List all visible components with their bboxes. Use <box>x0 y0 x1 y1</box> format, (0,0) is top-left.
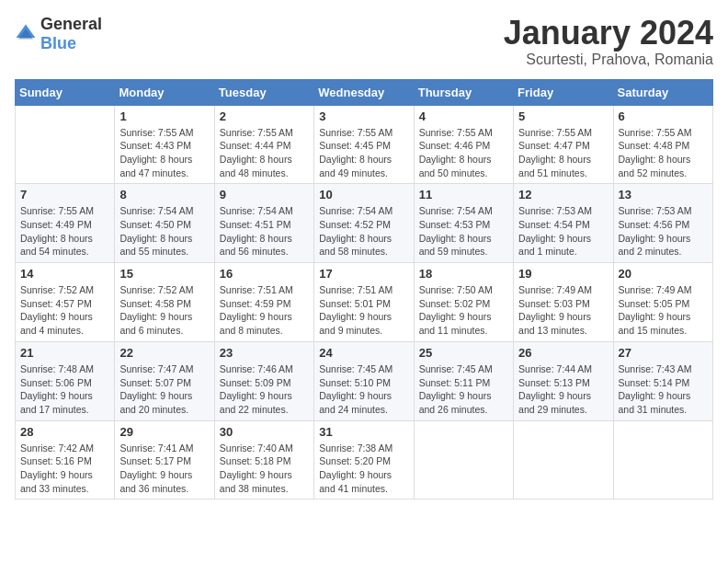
weekday-header: Friday <box>514 79 613 105</box>
day-number: 24 <box>319 346 408 360</box>
day-number: 17 <box>319 267 408 281</box>
day-info: Sunrise: 7:40 AMSunset: 5:18 PMDaylight:… <box>220 442 309 496</box>
calendar-cell: 2Sunrise: 7:55 AMSunset: 4:44 PMDaylight… <box>214 105 313 184</box>
logo-blue: Blue <box>40 34 76 52</box>
day-info: Sunrise: 7:54 AMSunset: 4:52 PMDaylight:… <box>319 204 408 259</box>
day-info: Sunrise: 7:49 AMSunset: 5:03 PMDaylight:… <box>518 283 608 338</box>
day-number: 18 <box>419 267 508 281</box>
day-info: Sunrise: 7:51 AMSunset: 5:01 PMDaylight:… <box>319 283 408 338</box>
day-info: Sunrise: 7:45 AMSunset: 5:10 PMDaylight:… <box>319 362 408 417</box>
calendar-cell: 10Sunrise: 7:54 AMSunset: 4:52 PMDayligh… <box>314 184 414 263</box>
calendar-cell: 13Sunrise: 7:53 AMSunset: 4:56 PMDayligh… <box>613 184 712 263</box>
month-title: January 2024 <box>504 15 713 52</box>
weekday-header-row: SundayMondayTuesdayWednesdayThursdayFrid… <box>16 79 713 105</box>
day-number: 10 <box>319 188 408 201</box>
day-number: 4 <box>419 109 508 123</box>
calendar-week-row: 1Sunrise: 7:55 AMSunset: 4:43 PMDaylight… <box>16 105 713 184</box>
calendar-cell: 26Sunrise: 7:44 AMSunset: 5:13 PMDayligh… <box>514 341 613 420</box>
calendar-cell: 12Sunrise: 7:53 AMSunset: 4:54 PMDayligh… <box>514 184 613 263</box>
calendar-cell: 5Sunrise: 7:55 AMSunset: 4:47 PMDaylight… <box>514 105 613 184</box>
day-number: 14 <box>20 267 109 281</box>
day-number: 23 <box>220 346 309 360</box>
logo-general: General <box>40 15 102 33</box>
day-info: Sunrise: 7:52 AMSunset: 4:57 PMDaylight:… <box>20 283 109 338</box>
day-number: 16 <box>220 267 309 281</box>
day-number: 12 <box>518 188 608 201</box>
day-number: 30 <box>220 425 309 439</box>
calendar-cell: 8Sunrise: 7:54 AMSunset: 4:50 PMDaylight… <box>115 184 214 263</box>
day-number: 22 <box>119 346 209 360</box>
day-info: Sunrise: 7:47 AMSunset: 5:07 PMDaylight:… <box>119 362 209 417</box>
day-number: 29 <box>119 425 209 439</box>
calendar-cell: 15Sunrise: 7:52 AMSunset: 4:58 PMDayligh… <box>115 263 214 342</box>
day-info: Sunrise: 7:55 AMSunset: 4:49 PMDaylight:… <box>20 204 109 259</box>
calendar-week-row: 7Sunrise: 7:55 AMSunset: 4:49 PMDaylight… <box>16 184 713 263</box>
day-number: 26 <box>518 346 608 360</box>
day-number: 3 <box>319 109 408 123</box>
weekday-header: Thursday <box>414 79 513 105</box>
day-info: Sunrise: 7:55 AMSunset: 4:46 PMDaylight:… <box>419 126 508 180</box>
calendar-cell <box>613 420 712 500</box>
calendar-cell: 14Sunrise: 7:52 AMSunset: 4:57 PMDayligh… <box>16 263 115 342</box>
day-number: 13 <box>619 188 708 201</box>
weekday-header: Monday <box>115 79 214 105</box>
day-info: Sunrise: 7:52 AMSunset: 4:58 PMDaylight:… <box>119 283 209 338</box>
calendar-cell: 3Sunrise: 7:55 AMSunset: 4:45 PMDaylight… <box>314 105 414 184</box>
day-number: 11 <box>419 188 508 201</box>
calendar-cell: 27Sunrise: 7:43 AMSunset: 5:14 PMDayligh… <box>613 341 712 420</box>
logo-icon <box>15 23 37 45</box>
day-info: Sunrise: 7:50 AMSunset: 5:02 PMDaylight:… <box>419 283 508 338</box>
day-info: Sunrise: 7:55 AMSunset: 4:44 PMDaylight:… <box>220 126 309 180</box>
day-number: 1 <box>119 109 209 123</box>
calendar-week-row: 28Sunrise: 7:42 AMSunset: 5:16 PMDayligh… <box>16 420 713 500</box>
calendar-cell: 31Sunrise: 7:38 AMSunset: 5:20 PMDayligh… <box>314 420 414 500</box>
day-number: 2 <box>220 109 309 123</box>
calendar-cell <box>514 420 613 500</box>
day-info: Sunrise: 7:43 AMSunset: 5:14 PMDaylight:… <box>619 362 708 417</box>
day-info: Sunrise: 7:38 AMSunset: 5:20 PMDaylight:… <box>319 442 408 496</box>
day-info: Sunrise: 7:54 AMSunset: 4:50 PMDaylight:… <box>119 204 209 259</box>
day-number: 7 <box>20 188 109 201</box>
calendar-cell: 21Sunrise: 7:48 AMSunset: 5:06 PMDayligh… <box>16 341 115 420</box>
calendar-cell: 1Sunrise: 7:55 AMSunset: 4:43 PMDaylight… <box>115 105 214 184</box>
day-info: Sunrise: 7:54 AMSunset: 4:51 PMDaylight:… <box>220 204 309 259</box>
calendar-cell: 29Sunrise: 7:41 AMSunset: 5:17 PMDayligh… <box>115 420 214 500</box>
calendar-cell: 24Sunrise: 7:45 AMSunset: 5:10 PMDayligh… <box>314 341 414 420</box>
day-number: 6 <box>619 109 708 123</box>
day-info: Sunrise: 7:53 AMSunset: 4:54 PMDaylight:… <box>518 204 608 259</box>
day-info: Sunrise: 7:55 AMSunset: 4:45 PMDaylight:… <box>319 126 408 180</box>
day-info: Sunrise: 7:53 AMSunset: 4:56 PMDaylight:… <box>619 204 708 259</box>
calendar-cell: 11Sunrise: 7:54 AMSunset: 4:53 PMDayligh… <box>414 184 513 263</box>
day-number: 27 <box>619 346 708 360</box>
day-info: Sunrise: 7:42 AMSunset: 5:16 PMDaylight:… <box>20 442 109 496</box>
day-number: 21 <box>20 346 109 360</box>
calendar-cell: 17Sunrise: 7:51 AMSunset: 5:01 PMDayligh… <box>314 263 414 342</box>
day-number: 9 <box>220 188 309 201</box>
calendar-cell: 30Sunrise: 7:40 AMSunset: 5:18 PMDayligh… <box>214 420 313 500</box>
day-info: Sunrise: 7:44 AMSunset: 5:13 PMDaylight:… <box>518 362 608 417</box>
day-info: Sunrise: 7:54 AMSunset: 4:53 PMDaylight:… <box>419 204 508 259</box>
header: General Blue January 2024 Scurtesti, Pra… <box>15 15 713 68</box>
day-info: Sunrise: 7:45 AMSunset: 5:11 PMDaylight:… <box>419 362 508 417</box>
calendar-table: SundayMondayTuesdayWednesdayThursdayFrid… <box>15 79 713 500</box>
day-number: 5 <box>518 109 608 123</box>
day-info: Sunrise: 7:51 AMSunset: 4:59 PMDaylight:… <box>220 283 309 338</box>
day-number: 8 <box>119 188 209 201</box>
day-number: 28 <box>20 425 109 439</box>
logo-text: General Blue <box>40 15 102 53</box>
day-info: Sunrise: 7:55 AMSunset: 4:48 PMDaylight:… <box>619 126 708 180</box>
calendar-cell: 9Sunrise: 7:54 AMSunset: 4:51 PMDaylight… <box>214 184 313 263</box>
day-number: 31 <box>319 425 408 439</box>
day-info: Sunrise: 7:55 AMSunset: 4:43 PMDaylight:… <box>119 126 209 180</box>
calendar-cell: 23Sunrise: 7:46 AMSunset: 5:09 PMDayligh… <box>214 341 313 420</box>
calendar-cell: 18Sunrise: 7:50 AMSunset: 5:02 PMDayligh… <box>414 263 513 342</box>
day-number: 20 <box>619 267 708 281</box>
weekday-header: Saturday <box>613 79 712 105</box>
day-info: Sunrise: 7:48 AMSunset: 5:06 PMDaylight:… <box>20 362 109 417</box>
calendar-week-row: 21Sunrise: 7:48 AMSunset: 5:06 PMDayligh… <box>16 341 713 420</box>
calendar-cell <box>414 420 513 500</box>
day-info: Sunrise: 7:49 AMSunset: 5:05 PMDaylight:… <box>619 283 708 338</box>
title-block: January 2024 Scurtesti, Prahova, Romania <box>504 15 713 68</box>
calendar-cell: 28Sunrise: 7:42 AMSunset: 5:16 PMDayligh… <box>16 420 115 500</box>
calendar-cell: 25Sunrise: 7:45 AMSunset: 5:11 PMDayligh… <box>414 341 513 420</box>
